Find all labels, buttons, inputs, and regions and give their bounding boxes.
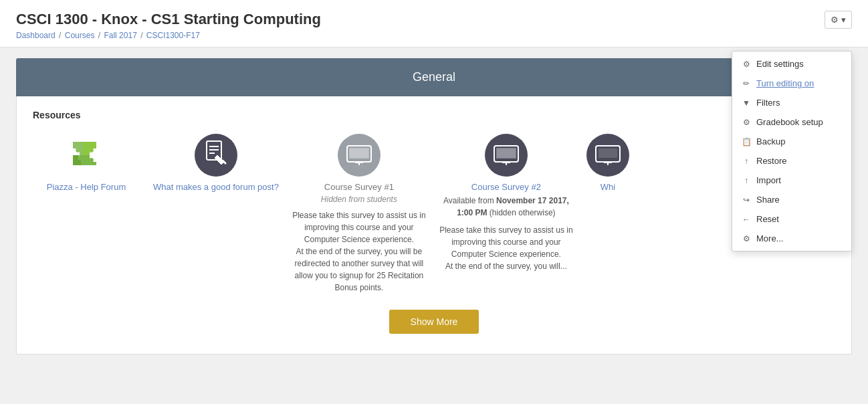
import-label: Import	[756, 175, 781, 185]
activity-survey2: Course Survey #2 Available from November…	[439, 134, 573, 272]
dropdown-share[interactable]: ↪ Share	[732, 190, 851, 209]
piazza-icon-container	[65, 134, 108, 177]
svg-rect-16	[599, 148, 617, 158]
section-title: General	[413, 70, 455, 84]
survey1-icon-container	[338, 134, 381, 177]
reset-icon: ←	[742, 215, 751, 224]
gradebook-icon: ⚙	[742, 118, 751, 127]
breadcrumb-courses[interactable]: Courses	[65, 31, 95, 40]
share-label: Share	[756, 195, 780, 205]
survey2-icon-container	[485, 134, 528, 177]
survey2-availability: Available from November 17 2017, 1:00 PM…	[439, 195, 573, 219]
activity-partial: Whi	[586, 134, 629, 195]
filters-label: Filters	[756, 98, 780, 108]
monitor-partial-svg	[595, 145, 621, 165]
activities-row: Piazza - Help Forum	[33, 134, 835, 294]
survey2-description: Please take this survey to assist us in …	[439, 224, 573, 272]
pencil-icon: ✏	[742, 79, 751, 88]
page-header: CSCI 1300 - Knox - CS1 Starting Computin…	[0, 0, 868, 47]
gear-icon: ⚙	[831, 15, 839, 25]
monitor-dark-svg	[494, 145, 519, 165]
turn-editing-on-link[interactable]: Turn editing on	[756, 78, 814, 88]
backup-icon: 📋	[742, 137, 751, 146]
breadcrumb-course-id[interactable]: CSCI1300-F17	[146, 31, 200, 40]
breadcrumb: Dashboard / Courses / Fall 2017 / CSCI13…	[16, 31, 852, 40]
dropdown-edit-settings[interactable]: ⚙ Edit settings	[732, 54, 851, 74]
edit-settings-label: Edit settings	[756, 59, 804, 69]
forum-post-link[interactable]: What makes a good forum post?	[153, 182, 279, 192]
dropdown-import[interactable]: ↑ Import	[732, 171, 851, 190]
gear-menu-container: ⚙ ▾ ⚙ Edit settings ✏ Turn editing on ▼ …	[825, 11, 852, 29]
dropdown-more[interactable]: ⚙ More...	[732, 229, 851, 248]
dropdown-gradebook-setup[interactable]: ⚙ Gradebook setup	[732, 112, 851, 132]
svg-rect-9	[350, 148, 368, 158]
dropdown-arrow-icon: ▾	[841, 15, 846, 25]
dropdown-reset[interactable]: ← Reset	[732, 209, 851, 229]
activity-survey1: Course Survey #1 Hidden from students Pl…	[292, 134, 426, 294]
dropdown-filters[interactable]: ▼ Filters	[732, 93, 851, 112]
doc-svg	[205, 140, 227, 166]
gradebook-setup-label: Gradebook setup	[756, 117, 823, 127]
survey1-title: Course Survey #1	[324, 182, 394, 192]
monitor-gray-svg	[346, 145, 372, 165]
puzzle-icon	[66, 135, 106, 175]
page-wrapper: CSCI 1300 - Knox - CS1 Starting Computin…	[0, 0, 868, 404]
more-icon: ⚙	[742, 234, 751, 243]
activity-forum-post: What makes a good forum post?	[153, 134, 279, 195]
backup-label: Backup	[756, 136, 785, 146]
breadcrumb-fall2017[interactable]: Fall 2017	[104, 31, 136, 40]
page-title: CSCI 1300 - Knox - CS1 Starting Computin…	[16, 11, 852, 28]
share-icon: ↪	[742, 195, 751, 205]
dropdown-restore[interactable]: ↑ Restore	[732, 151, 851, 171]
dropdown-turn-editing-on[interactable]: ✏ Turn editing on	[732, 74, 851, 93]
edit-settings-icon: ⚙	[742, 60, 751, 69]
show-more-container: Show More	[33, 310, 835, 334]
piazza-link[interactable]: Piazza - Help Forum	[47, 182, 126, 192]
partial-icon-container	[586, 134, 629, 177]
activity-piazza: Piazza - Help Forum	[33, 134, 140, 195]
gear-button[interactable]: ⚙ ▾	[825, 11, 852, 29]
restore-label: Restore	[756, 156, 787, 166]
partial-link[interactable]: Whi	[601, 182, 615, 192]
dropdown-menu: ⚙ Edit settings ✏ Turn editing on ▼ Filt…	[732, 51, 852, 251]
reset-label: Reset	[756, 214, 779, 224]
survey1-description: Please take this survey to assist us in …	[292, 209, 426, 294]
restore-icon: ↑	[742, 157, 751, 166]
more-label: More...	[756, 233, 783, 243]
section-general-header: General	[16, 58, 852, 96]
show-more-button[interactable]: Show More	[389, 310, 479, 334]
forum-post-icon-container	[195, 134, 237, 177]
survey1-hidden-text: Hidden from students	[321, 195, 397, 204]
survey2-link[interactable]: Course Survey #2	[471, 182, 541, 192]
document-icon	[205, 140, 227, 171]
svg-rect-14	[497, 148, 516, 158]
filter-icon: ▼	[742, 98, 751, 108]
section-body: Resources	[16, 96, 852, 355]
resources-label: Resources	[33, 110, 835, 120]
breadcrumb-dashboard[interactable]: Dashboard	[16, 31, 56, 40]
dropdown-backup[interactable]: 📋 Backup	[732, 132, 851, 151]
import-icon: ↑	[742, 176, 751, 185]
